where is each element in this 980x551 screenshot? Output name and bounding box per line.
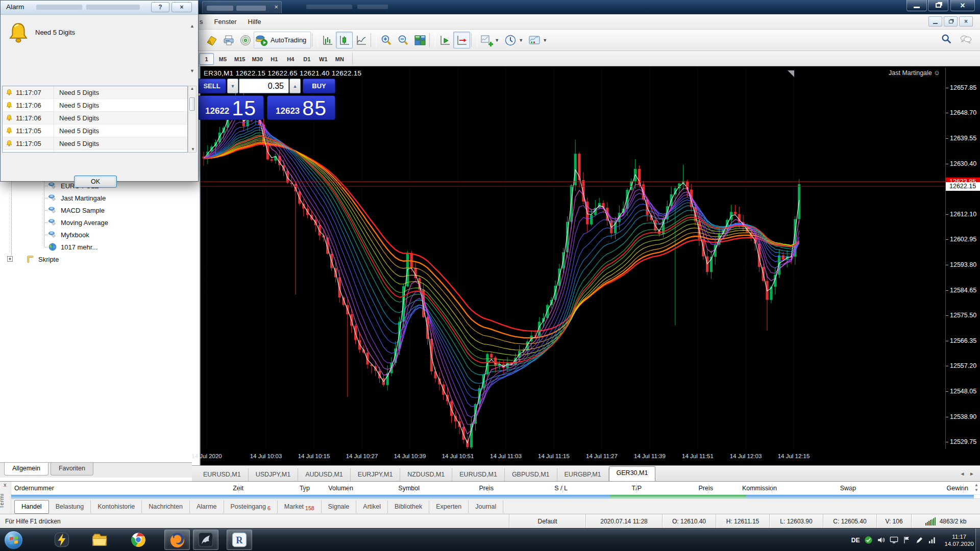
- network-icon[interactable]: [928, 536, 937, 544]
- timeframe-H1[interactable]: H1: [267, 53, 282, 65]
- status-profile[interactable]: Default: [509, 514, 585, 528]
- column-header[interactable]: Volumen: [328, 482, 353, 495]
- terminal-tab-bibliothek[interactable]: Bibliothek: [388, 500, 429, 513]
- chart-tab[interactable]: EURUSD,M1: [196, 468, 249, 481]
- child-minimize-button[interactable]: [928, 16, 942, 27]
- chart-tab[interactable]: USDJPY,M1: [249, 468, 299, 481]
- terminal-tab-alarme[interactable]: Alarme: [190, 500, 224, 513]
- zoom-in-button[interactable]: [378, 32, 395, 48]
- candlestick-chart-button[interactable]: [336, 32, 353, 48]
- navigator-tab-allgemein[interactable]: Allgemein: [4, 463, 48, 475]
- volume-increase-button[interactable]: ▲: [289, 79, 301, 93]
- timeframe-M5[interactable]: M5: [215, 53, 230, 65]
- child-close-button[interactable]: ×: [959, 16, 973, 27]
- column-header[interactable]: Gewinn: [947, 482, 968, 495]
- navigator-item[interactable]: Skripte: [0, 253, 200, 265]
- chart-tab[interactable]: NZDUSD,M1: [400, 468, 452, 481]
- line-chart-button[interactable]: [353, 32, 370, 48]
- terminal-tab-artikel[interactable]: Artikel: [356, 500, 388, 513]
- scroll-down-icon[interactable]: ▼: [190, 68, 194, 73]
- close-icon[interactable]: ×: [274, 3, 278, 11]
- buy-button[interactable]: BUY: [303, 79, 335, 93]
- timeframe-M30[interactable]: M30: [249, 53, 265, 65]
- display-icon[interactable]: [890, 536, 898, 544]
- navigator-tab-favoriten[interactable]: Favoriten: [51, 463, 93, 475]
- column-header[interactable]: S / L: [554, 482, 568, 495]
- sell-button[interactable]: SELL: [198, 79, 226, 93]
- periods-button[interactable]: ▼: [502, 32, 526, 48]
- r-app-icon[interactable]: R: [227, 530, 252, 550]
- action-center-flag-icon[interactable]: [902, 536, 911, 544]
- terminal-close-icon[interactable]: x: [4, 482, 7, 488]
- alarm-row[interactable]: 11:17:05Need 5 Digits: [3, 137, 187, 150]
- tab-scroll-arrows[interactable]: ◄ ►: [960, 471, 976, 477]
- autotrading-button[interactable]: AutoTrading: [254, 32, 311, 48]
- tile-windows-button[interactable]: [411, 32, 428, 48]
- chart-tab[interactable]: EURJPY,M1: [351, 468, 401, 481]
- terminal-tab-belastung[interactable]: Belastung: [49, 500, 91, 513]
- background-window-tab[interactable]: ×: [202, 1, 282, 13]
- terminal-tab-signale[interactable]: Signale: [322, 500, 357, 513]
- chart-tab[interactable]: GBPUSD,M1: [505, 468, 557, 481]
- dialog-close-button[interactable]: ×: [172, 2, 192, 12]
- timeframe-1[interactable]: 1: [199, 53, 214, 65]
- alarm-row[interactable]: 11:17:05Need 5 Digits: [3, 150, 187, 153]
- terminal-tab-kontohistorie[interactable]: Kontohistorie: [91, 500, 142, 513]
- antivirus-check-icon[interactable]: [864, 536, 873, 544]
- dropdown-arrow-icon[interactable]: ▼: [519, 38, 523, 43]
- menu-item-hilfe[interactable]: Hilfe: [242, 14, 267, 30]
- timeframe-W1[interactable]: W1: [316, 53, 331, 65]
- chart-tab[interactable]: EURGBP,M1: [557, 468, 609, 481]
- close-button[interactable]: ×: [950, 0, 975, 11]
- search-icon[interactable]: [940, 33, 952, 47]
- file-explorer-icon[interactable]: [87, 530, 112, 550]
- scrollbar-thumb[interactable]: [189, 97, 195, 111]
- terminal-tab-handel[interactable]: Handel: [14, 500, 49, 514]
- language-indicator[interactable]: DE: [851, 537, 860, 544]
- chart-tab[interactable]: EURUSD,M1: [452, 468, 505, 481]
- volume-input[interactable]: [239, 79, 289, 93]
- alarm-list-scrollbar[interactable]: ▲▼: [188, 86, 197, 153]
- bid-quote-box[interactable]: 12622 15: [198, 95, 264, 120]
- minimize-button[interactable]: [906, 0, 927, 11]
- terminal-tab-nachrichten[interactable]: Nachrichten: [142, 500, 190, 513]
- pen-icon[interactable]: [915, 536, 924, 544]
- timeframe-MN[interactable]: MN: [332, 53, 347, 65]
- taskbar-clock[interactable]: 11:17 14.07.2020: [944, 533, 974, 547]
- navigator-item[interactable]: 1017 mehr...: [0, 241, 200, 253]
- print-preview-button[interactable]: [220, 32, 237, 48]
- timeframe-H4[interactable]: H4: [283, 53, 298, 65]
- media-player-icon[interactable]: [49, 530, 75, 550]
- navigator-item[interactable]: MACD Sample: [0, 204, 200, 216]
- restore-button[interactable]: [928, 0, 948, 11]
- ask-quote-box[interactable]: 12623 85: [267, 95, 335, 120]
- bar-chart-button[interactable]: [319, 32, 336, 48]
- metatrader-icon[interactable]: [193, 530, 218, 550]
- column-header[interactable]: Preis: [479, 482, 494, 495]
- terminal-tab-experten[interactable]: Experten: [429, 500, 469, 513]
- volume-icon[interactable]: [877, 536, 886, 544]
- alarm-row[interactable]: 11:17:07Need 5 Digits: [3, 86, 187, 99]
- ok-button[interactable]: OK: [74, 176, 117, 188]
- chart-shift-button[interactable]: [453, 32, 470, 48]
- help-button[interactable]: ?: [151, 2, 169, 12]
- dropdown-arrow-icon[interactable]: ▼: [543, 38, 547, 43]
- alarm-row[interactable]: 11:17:05Need 5 Digits: [3, 124, 187, 137]
- column-header[interactable]: Preis: [699, 482, 713, 495]
- column-header[interactable]: Swap: [840, 482, 856, 495]
- alarm-dialog-titlebar[interactable]: Alarm ? ×: [1, 1, 198, 15]
- chart-canvas[interactable]: [201, 68, 945, 449]
- volume-decrease-button[interactable]: ▼: [227, 79, 238, 93]
- dropdown-arrow-icon[interactable]: ▼: [495, 38, 499, 43]
- terminal-tab-posteingang[interactable]: Posteingang6: [224, 500, 278, 513]
- navigator-item[interactable]: Jast Martingale: [0, 192, 200, 204]
- chrome-icon[interactable]: [126, 530, 151, 550]
- timeframe-M15[interactable]: M15: [232, 53, 248, 65]
- chart-tab[interactable]: AUDUSD,M1: [298, 468, 351, 481]
- auto-scroll-button[interactable]: [436, 32, 453, 48]
- terminal-tab-market[interactable]: Market158: [278, 500, 322, 513]
- indicators-list-button[interactable]: ▼: [478, 32, 502, 48]
- navigator-item[interactable]: Moving Average: [0, 216, 200, 229]
- chat-icon[interactable]: [960, 33, 972, 47]
- templates-button[interactable]: ▼: [526, 32, 550, 48]
